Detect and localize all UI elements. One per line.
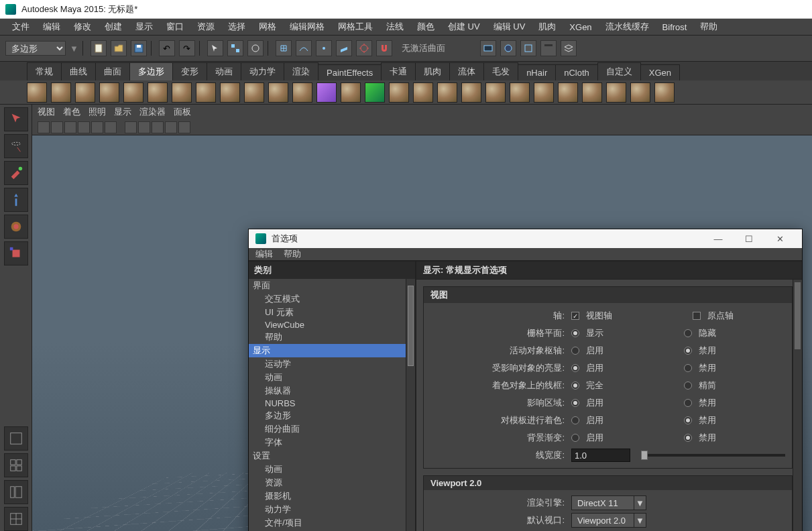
shelf-bevel-icon[interactable] [510, 82, 530, 103]
tab-toon[interactable]: 卡通 [381, 62, 416, 80]
vp-menu-shade[interactable]: 着色 [63, 106, 80, 118]
shelf-extract-icon[interactable] [389, 82, 409, 103]
tool-undo-icon[interactable]: ↶ [159, 40, 175, 56]
move-tool-icon[interactable] [4, 188, 28, 212]
default-viewport-dropdown[interactable]: Viewport 2.0 ▼ [571, 513, 646, 528]
tab-nhair[interactable]: nHair [518, 64, 556, 80]
wire-full-radio[interactable] [571, 381, 579, 390]
region-off-radio[interactable] [684, 399, 692, 407]
menu-meshtools[interactable]: 网格工具 [331, 19, 380, 34]
category-item[interactable]: 交互模式 [249, 292, 415, 306]
maximize-icon[interactable]: ☐ [734, 229, 764, 248]
shelf-pyramid-icon[interactable] [196, 82, 216, 103]
grid-show-radio[interactable] [571, 329, 579, 337]
shelf-pipe-icon[interactable] [220, 82, 240, 103]
tool-redo-icon[interactable]: ↷ [179, 40, 195, 56]
snap-plane-icon[interactable] [336, 40, 352, 56]
origin-axis-checkbox[interactable] [693, 312, 701, 320]
menu-create[interactable]: 创建 [98, 19, 129, 34]
mode-selector[interactable]: 多边形 [5, 41, 66, 56]
layout-persp-icon[interactable] [4, 507, 28, 531]
snap-point-icon[interactable] [316, 40, 332, 56]
tab-general[interactable]: 常规 [27, 62, 62, 80]
layout-outliner-icon[interactable] [4, 480, 28, 504]
wire-reduced-radio[interactable] [684, 381, 692, 390]
category-list[interactable]: 界面交互模式UI 元素ViewCube帮助显示运动学动画操纵器NURBS多边形细… [249, 279, 415, 531]
shelf-platonic-icon[interactable] [292, 82, 312, 103]
shelf-helix-icon[interactable] [244, 82, 264, 103]
lasso-tool-icon[interactable] [4, 134, 28, 158]
menu-xgen[interactable]: XGen [563, 21, 598, 34]
render-settings-icon[interactable] [540, 40, 557, 56]
tab-ncloth[interactable]: nCloth [555, 64, 598, 80]
snap-live-icon[interactable] [356, 40, 372, 56]
layout-single-icon[interactable] [4, 426, 28, 451]
category-item[interactable]: 运动学 [249, 357, 415, 371]
tool-new-icon[interactable] [91, 40, 107, 56]
shelf-soccer-icon[interactable] [268, 82, 288, 103]
shelf-target-icon[interactable] [630, 82, 650, 103]
render-view-icon[interactable] [480, 40, 496, 56]
shelf-generic-icon[interactable] [341, 82, 361, 103]
template-off-radio[interactable] [684, 416, 692, 424]
menu-edituv[interactable]: 编辑 UV [487, 19, 532, 34]
affect-off-radio[interactable] [684, 364, 692, 372]
render-engine-dropdown[interactable]: DirectX 11 ▼ [571, 495, 646, 510]
tab-muscle[interactable]: 肌肉 [415, 62, 450, 80]
sel-comp-icon[interactable] [227, 40, 243, 56]
layout-four-icon[interactable] [4, 453, 28, 477]
vp-mini-icon[interactable] [125, 121, 137, 133]
shelf-bridge-icon[interactable] [461, 82, 481, 103]
region-on-radio[interactable] [571, 399, 579, 407]
view-axis-checkbox[interactable]: ✓ [571, 312, 579, 320]
line-width-input[interactable] [571, 449, 630, 462]
tab-curves[interactable]: 曲线 [61, 62, 96, 80]
tab-pfx[interactable]: PaintEffects [318, 64, 382, 80]
vp-menu-view[interactable]: 视图 [38, 106, 55, 118]
tab-dyn[interactable]: 动力学 [241, 62, 284, 80]
paint-select-icon[interactable] [4, 161, 28, 185]
dlg-menu-edit[interactable]: 编辑 [255, 248, 273, 260]
line-width-slider[interactable] [641, 454, 785, 457]
menu-edit[interactable]: 编辑 [36, 19, 67, 34]
category-item[interactable]: 细分曲面 [249, 422, 415, 436]
vp-menu-renderer[interactable]: 渲染器 [139, 106, 166, 118]
menu-display[interactable]: 显示 [129, 19, 160, 34]
pivot-off-radio[interactable] [684, 347, 692, 355]
affect-on-radio[interactable] [571, 364, 579, 372]
shelf-sculpt-icon[interactable] [654, 82, 675, 103]
bg-on-radio[interactable] [571, 434, 579, 442]
right-scrollbar[interactable] [793, 280, 802, 531]
close-icon[interactable]: ✕ [764, 229, 795, 248]
shelf-booleans-icon[interactable] [413, 82, 433, 103]
shelf-cylinder-icon[interactable] [75, 82, 95, 103]
vp-mini-icon[interactable] [152, 121, 164, 133]
tab-deform[interactable]: 变形 [172, 62, 207, 80]
category-scrollbar[interactable] [406, 279, 415, 531]
select-tool-icon[interactable] [4, 107, 28, 131]
vp-mini-icon[interactable] [78, 121, 90, 133]
shelf-append-icon[interactable] [485, 82, 506, 103]
tab-render[interactable]: 渲染 [284, 62, 318, 80]
snap-grid-icon[interactable] [276, 40, 292, 56]
category-item[interactable]: ViewCube [249, 319, 415, 331]
category-item[interactable]: 字体 [249, 436, 415, 449]
shelf-combine-icon[interactable] [365, 82, 385, 103]
category-item[interactable]: 摄影机 [249, 489, 415, 503]
category-item[interactable]: 文件/项目 [249, 516, 415, 530]
menu-file[interactable]: 文件 [5, 19, 36, 34]
shelf-insert-icon[interactable] [582, 82, 602, 103]
shelf-prism-icon[interactable] [172, 82, 192, 103]
shelf-smooth-icon[interactable] [534, 82, 554, 103]
layer-icon[interactable] [561, 40, 577, 56]
menu-modify[interactable]: 修改 [67, 19, 98, 34]
tab-custom[interactable]: 自定义 [597, 62, 641, 80]
snap-magnet-icon[interactable] [376, 40, 392, 56]
shelf-torus-icon[interactable] [148, 82, 168, 103]
dialog-titlebar[interactable]: 首选项 — ☐ ✕ [249, 229, 802, 248]
scale-tool-icon[interactable] [4, 241, 28, 266]
menu-editmesh[interactable]: 编辑网格 [283, 19, 331, 34]
category-item[interactable]: 帮助 [249, 331, 415, 344]
category-item[interactable]: UI 元素 [249, 306, 415, 319]
menu-muscle[interactable]: 肌肉 [532, 19, 563, 34]
